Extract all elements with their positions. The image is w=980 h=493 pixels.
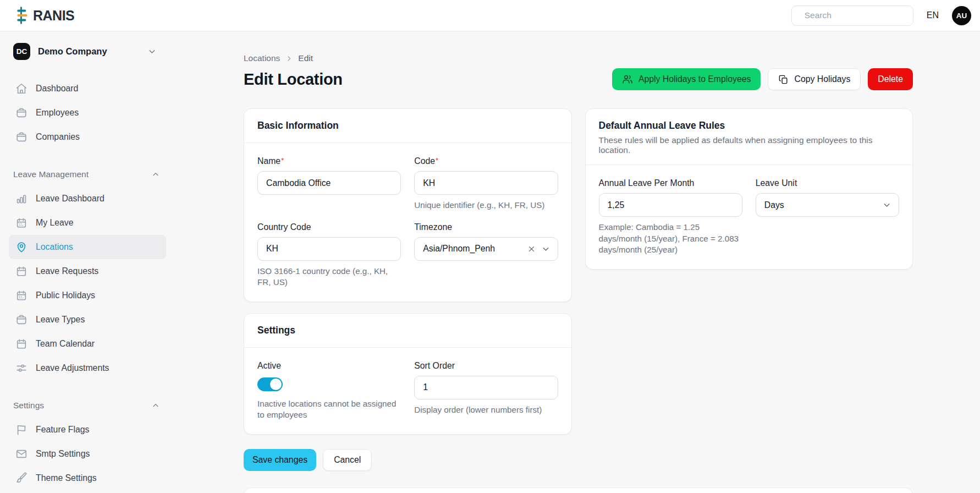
cancel-button[interactable]: Cancel	[323, 449, 372, 471]
code-label: Code*	[414, 156, 558, 166]
breadcrumb: Locations Edit	[244, 53, 913, 63]
briefcase-icon	[15, 314, 27, 326]
name-field[interactable]	[257, 171, 401, 195]
sidebar-item-public-holidays[interactable]: Public Holidays	[9, 283, 166, 308]
flag-icon	[15, 424, 27, 436]
sidebar-item-feature-flags[interactable]: Feature Flags	[9, 418, 166, 442]
user-avatar[interactable]: AU	[952, 6, 971, 25]
country-code-field[interactable]	[257, 237, 401, 261]
sidebar-item-label: Public Holidays	[36, 291, 95, 300]
active-toggle[interactable]	[257, 377, 283, 391]
save-button[interactable]: Save changes	[244, 449, 316, 471]
sidebar-section-settings[interactable]: Settings	[0, 393, 168, 418]
sidebar-item-smtp-settings[interactable]: Smtp Settings	[9, 442, 166, 466]
calendar-icon	[15, 265, 27, 277]
sort-order-label: Sort Order	[414, 361, 558, 371]
sidebar-item-label: Team Calendar	[36, 339, 95, 349]
chevron-up-icon	[151, 170, 160, 179]
search-input[interactable]	[805, 10, 915, 20]
chevron-down-icon[interactable]	[541, 244, 550, 254]
company-selector[interactable]: DC Demo Company	[13, 43, 157, 60]
card-title: Default Annual Leave Rules	[599, 120, 900, 132]
sidebar-item-my-leave[interactable]: My Leave	[9, 211, 166, 235]
breadcrumb-edit: Edit	[298, 53, 313, 63]
sidebar-item-leave-types[interactable]: Leave Types	[9, 308, 166, 332]
apply-holidays-label: Apply Holidays to Employees	[638, 74, 751, 84]
sidebar: DC Demo Company Dashboard Employees Comp…	[0, 31, 168, 493]
copy-holidays-button[interactable]: Copy Holidays	[768, 68, 861, 90]
language-switcher[interactable]: EN	[927, 10, 939, 20]
section-label: Settings	[13, 401, 151, 410]
annual-leave-field[interactable]	[599, 193, 742, 217]
logo-text: RANIS	[33, 8, 74, 24]
home-icon	[15, 83, 27, 95]
sidebar-item-label: Leave Requests	[36, 266, 98, 276]
calendar-days-icon	[15, 289, 27, 302]
sliders-icon	[15, 362, 27, 374]
chevron-right-icon	[285, 54, 293, 63]
sidebar-item-label: Theme Settings	[36, 473, 97, 483]
code-helper: Unique identifier (e.g., KH, FR, US)	[414, 200, 558, 211]
chevron-down-icon	[147, 47, 157, 56]
sidebar-item-label: Companies	[36, 132, 80, 142]
sidebar-item-leave-adjustments[interactable]: Leave Adjustments	[9, 356, 166, 380]
bar-chart-icon	[15, 193, 27, 205]
mail-icon	[15, 448, 27, 460]
card-title: Settings	[257, 325, 558, 336]
timezone-value: Asia/Phnom_Penh	[423, 244, 521, 254]
sidebar-item-leave-dashboard[interactable]: Leave Dashboard	[9, 187, 166, 211]
page-title: Edit Location	[244, 70, 343, 89]
required-mark: *	[436, 156, 438, 165]
leave-rules-card: Default Annual Leave Rules These rules w…	[585, 108, 913, 270]
delete-button[interactable]: Delete	[868, 68, 913, 90]
main-content: Locations Edit Edit Location Apply Holid…	[168, 31, 980, 493]
leave-unit-label: Leave Unit	[756, 178, 899, 188]
sidebar-item-label: Feature Flags	[36, 425, 89, 435]
sidebar-item-employees[interactable]: Employees	[9, 101, 166, 125]
sidebar-item-label: Locations	[36, 242, 73, 252]
annual-leave-label: Annual Leave Per Month	[599, 178, 742, 188]
company-avatar: DC	[13, 43, 30, 60]
users-icon	[622, 74, 633, 85]
company-name: Demo Company	[38, 46, 140, 57]
sidebar-item-team-calendar[interactable]: Team Calendar	[9, 332, 166, 356]
required-mark: *	[281, 156, 284, 165]
sidebar-item-companies[interactable]: Companies	[9, 125, 166, 149]
basic-information-card: Basic Information Name* Code* Unique i	[244, 108, 572, 302]
sidebar-section-leave-management[interactable]: Leave Management	[0, 162, 168, 187]
clear-icon[interactable]	[527, 244, 536, 254]
logo-mark-icon	[16, 6, 31, 25]
annual-leave-helper: Example: Cambodia = 1.25 days/month (15/…	[599, 222, 742, 256]
holiday-templates-card: Holiday Templates New location holiday	[244, 487, 913, 493]
sidebar-item-theme-settings[interactable]: Theme Settings	[9, 466, 166, 490]
sidebar-item-leave-requests[interactable]: Leave Requests	[9, 259, 166, 283]
briefcase-icon	[15, 131, 27, 143]
copy-icon	[778, 74, 789, 85]
calendar-icon	[15, 338, 27, 350]
leave-unit-value: Days	[764, 200, 877, 210]
chevron-up-icon	[151, 401, 160, 410]
code-field[interactable]	[414, 171, 558, 195]
briefcase-icon	[15, 107, 27, 119]
sidebar-item-label: Leave Dashboard	[36, 194, 104, 204]
sidebar-item-label: Dashboard	[36, 84, 78, 94]
settings-card: Settings Active Inactive locations canno…	[244, 313, 572, 435]
sidebar-item-dashboard[interactable]: Dashboard	[9, 76, 166, 101]
global-search[interactable]	[791, 6, 913, 26]
copy-holidays-label: Copy Holidays	[794, 74, 850, 84]
apply-holidays-button[interactable]: Apply Holidays to Employees	[612, 68, 761, 90]
breadcrumb-locations[interactable]: Locations	[244, 53, 280, 63]
active-helper: Inactive locations cannot be assigned to…	[257, 398, 401, 421]
top-header: RANIS EN AU	[0, 0, 980, 31]
sort-order-field[interactable]	[414, 376, 558, 399]
calendar-days-icon	[15, 217, 27, 229]
timezone-select[interactable]: Asia/Phnom_Penh	[414, 237, 558, 261]
chevron-down-icon	[882, 200, 891, 210]
sidebar-item-locations[interactable]: Locations	[9, 235, 166, 259]
leave-unit-select[interactable]: Days	[756, 193, 899, 217]
sidebar-item-label: Leave Types	[36, 315, 85, 325]
sidebar-item-label: Smtp Settings	[36, 449, 90, 459]
active-label: Active	[257, 361, 401, 371]
country-code-helper: ISO 3166-1 country code (e.g., KH, FR, U…	[257, 266, 401, 288]
paintbrush-icon	[15, 472, 27, 484]
